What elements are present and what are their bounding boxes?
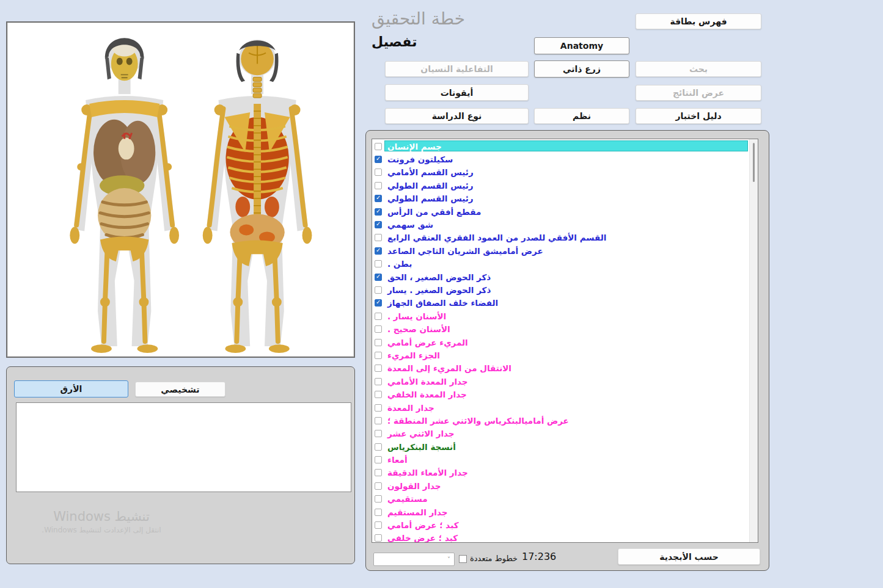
item-checkbox[interactable] (375, 234, 382, 241)
item-label: عرض أماميالبنكرياس والاثني عشر المنطقة ؛ (387, 416, 569, 426)
item-checkbox[interactable] (375, 469, 382, 476)
list-item[interactable]: رئيس القسم الأمامي (372, 166, 749, 179)
item-checkbox[interactable] (375, 143, 382, 150)
list-item[interactable]: شق سهمي (372, 218, 749, 231)
test-guide-button[interactable]: دليل اختبار (636, 108, 761, 124)
app-window: { "header": { "title": "خطة التحقيق", "s… (0, 0, 883, 588)
item-checkbox[interactable] (375, 208, 382, 216)
scrollbar-thumb[interactable] (753, 143, 755, 182)
list-item[interactable]: مستقيمي (372, 493, 749, 506)
item-checkbox[interactable] (375, 339, 382, 346)
item-checkbox[interactable] (375, 417, 382, 424)
study-type-button[interactable]: نوع الدراسة (385, 108, 529, 124)
item-checkbox[interactable] (375, 521, 382, 529)
item-count: 17:236 (522, 551, 556, 562)
item-label: رئيس القسم الطولي (387, 181, 474, 191)
item-label: القسم الأفقي للصدر من العمود الفقري العن… (387, 233, 606, 242)
list-item[interactable]: جدار المعدة (372, 401, 749, 414)
list-item[interactable]: . الأسنان صحيح (372, 322, 749, 335)
list-item[interactable]: الجزء المريء (372, 349, 749, 361)
list-scrollbar[interactable] (749, 139, 758, 542)
list-item[interactable]: جدار المعدة الخلفي (372, 388, 749, 401)
item-label: مقطع أفقي من الرأس (387, 207, 481, 217)
item-checkbox[interactable] (375, 182, 382, 189)
list-item[interactable]: أمعاء (372, 453, 749, 466)
item-label: الانتقال من المريء إلى المعدة (387, 363, 511, 373)
list-item[interactable]: كبد ؛ عرض خلفي (372, 532, 749, 543)
list-item[interactable]: جدار المستقيم (372, 506, 749, 518)
list-item[interactable]: القسم الأفقي للصدر من العمود الفقري العن… (372, 231, 749, 244)
item-checkbox[interactable] (375, 365, 382, 372)
item-checkbox[interactable] (375, 325, 382, 333)
item-checkbox[interactable] (375, 156, 382, 163)
item-checkbox[interactable] (375, 169, 382, 176)
interactive-forgetting-button[interactable]: التفاعلية النسيان (385, 61, 529, 77)
item-checkbox[interactable] (375, 391, 382, 398)
item-label: جدار المعدة الخلفي (387, 390, 467, 399)
item-checkbox[interactable] (375, 313, 382, 320)
item-label: كبد ؛ عرض خلفي (387, 533, 458, 543)
item-label: جدار القولون (387, 481, 441, 491)
item-label: المريء عرض أمامي (387, 338, 468, 347)
item-label: جدار الأمعاء الدقيقة (387, 468, 468, 477)
item-checkbox[interactable] (375, 286, 382, 294)
list-item[interactable]: أنسجة البنكرياس (372, 440, 749, 453)
tab-diagnostic[interactable]: تشخيصي (135, 382, 225, 397)
item-checkbox[interactable] (375, 221, 382, 228)
list-item[interactable]: كبد ؛ عرض أمامي (372, 518, 749, 531)
item-label: الفضاء خلف الصفاق الجهاز (387, 298, 498, 308)
list-rows: جسم الإنسانسكيلتون فرونترئيس القسم الأما… (372, 140, 749, 543)
list-item[interactable]: . الأسنان يسار (372, 310, 749, 322)
item-checkbox[interactable] (375, 509, 382, 516)
item-checkbox[interactable] (375, 456, 382, 463)
item-checkbox[interactable] (375, 404, 382, 412)
item-checkbox[interactable] (375, 247, 382, 255)
anatomy-structure-list[interactable]: جسم الإنسانسكيلتون فرونترئيس القسم الأما… (372, 139, 758, 543)
list-item[interactable]: ذكر الحوض الصغير ، الحق (372, 270, 749, 283)
anatomy-button[interactable]: Anatomy (534, 37, 629, 54)
item-checkbox[interactable] (375, 352, 382, 359)
card-index-button[interactable]: فهرس بطاقة (636, 13, 761, 29)
list-item[interactable]: رئيس القسم الطولي (372, 192, 749, 205)
list-item[interactable]: سكيلتون فرونت (372, 153, 749, 165)
item-checkbox[interactable] (375, 482, 382, 490)
footer-dropdown[interactable]: ˅ (373, 553, 455, 566)
page-title: خطة التحقيق (372, 9, 465, 29)
sort-alphabetical-button[interactable]: حسب الأبجدية (618, 548, 760, 565)
list-item[interactable]: عرض أماميشق الشريان التاجي الصاعد (372, 244, 749, 257)
list-item[interactable]: عرض أماميالبنكرياس والاثني عشر المنطقة ؛ (372, 414, 749, 427)
item-checkbox[interactable] (375, 195, 382, 202)
icons-button[interactable]: أيقونات (385, 84, 529, 101)
list-item[interactable]: جدار القولون (372, 479, 749, 492)
list-item[interactable]: جدار المعدة الأمامي (372, 375, 749, 388)
multiline-checkbox[interactable] (459, 555, 467, 563)
item-checkbox[interactable] (375, 443, 382, 451)
show-results-button[interactable]: عرض النتائج (636, 85, 761, 101)
list-item[interactable]: جدار الاثني عشر (372, 427, 749, 440)
item-checkbox[interactable] (375, 534, 382, 542)
list-item[interactable]: ذكر الحوض الصغير . يسار (372, 283, 749, 296)
notes-textarea[interactable] (16, 402, 351, 492)
list-item[interactable]: . بطن (372, 258, 749, 270)
anatomy-image-panel[interactable] (6, 21, 355, 358)
list-item[interactable]: مقطع أفقي من الرأس (372, 205, 749, 218)
list-item[interactable]: المريء عرض أمامي (372, 336, 749, 349)
organize-button[interactable]: نظم (534, 108, 629, 124)
item-checkbox[interactable] (375, 260, 382, 267)
item-checkbox[interactable] (375, 299, 382, 307)
search-button[interactable]: بحث (636, 61, 761, 77)
item-label: ذكر الحوض الصغير . يسار (387, 285, 491, 295)
notes-panel: الأرق تشخيصي تنشيط Windows انتقل إلى الإ… (6, 366, 355, 564)
item-checkbox[interactable] (375, 430, 382, 437)
tab-insomnia[interactable]: الأرق (14, 380, 128, 397)
item-checkbox[interactable] (375, 495, 382, 503)
list-item[interactable]: رئيس القسم الطولي (372, 179, 749, 192)
item-checkbox[interactable] (375, 378, 382, 385)
self-implant-button[interactable]: زرع ذاتي (534, 60, 629, 78)
list-item[interactable]: الانتقال من المريء إلى المعدة (372, 362, 749, 375)
list-item[interactable]: جسم الإنسان (372, 140, 749, 153)
list-item[interactable]: الفضاء خلف الصفاق الجهاز (372, 297, 749, 310)
item-checkbox[interactable] (375, 274, 382, 281)
anatomy-figures-image (7, 23, 354, 357)
list-item[interactable]: جدار الأمعاء الدقيقة (372, 466, 749, 479)
